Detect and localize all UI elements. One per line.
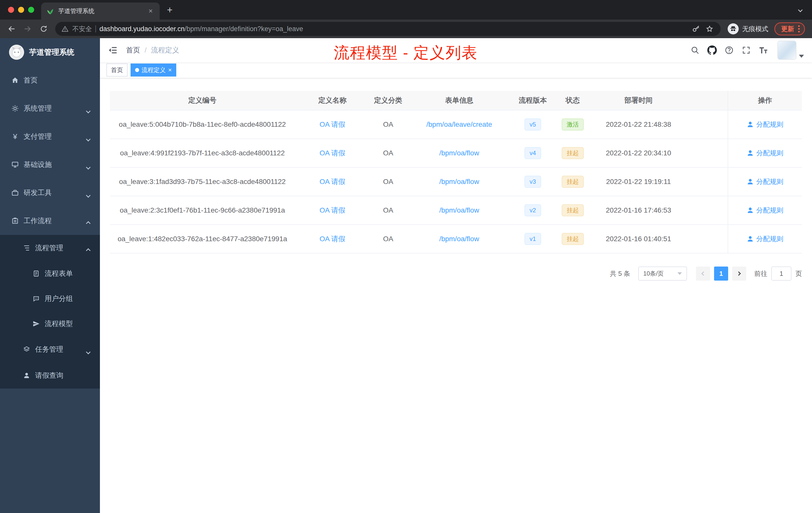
- definition-name-link[interactable]: OA 请假: [320, 177, 346, 186]
- deploy-time: 2022-01-16 01:40:51: [592, 225, 685, 253]
- assign-rule-link[interactable]: 分配规则: [747, 149, 783, 158]
- maximize-window-button[interactable]: [28, 7, 34, 13]
- sidebar-item-workflow[interactable]: 工作流程: [0, 207, 100, 235]
- definition-name-link[interactable]: OA 请假: [320, 120, 346, 129]
- definition-id: oa_leave:4:991f2193-7b7f-11ec-a3c8-acde4…: [110, 139, 295, 167]
- page-number-1[interactable]: 1: [714, 267, 728, 280]
- page-size-select[interactable]: 10条/页: [638, 267, 687, 280]
- assign-rule-link[interactable]: 分配规则: [747, 177, 783, 186]
- sidebar-item-home[interactable]: 首页: [0, 66, 100, 94]
- help-icon[interactable]: [724, 45, 734, 55]
- browser-menu-kebab-icon[interactable]: [798, 25, 800, 32]
- table-row: oa_leave:5:004b710b-7b8a-11ec-8ef0-acde4…: [110, 111, 802, 139]
- goto-page-input[interactable]: [771, 267, 791, 280]
- status-tag: 挂起: [562, 147, 584, 159]
- deploy-time: 2022-01-22 20:34:10: [592, 139, 685, 167]
- tab-close-icon[interactable]: ×: [147, 7, 155, 15]
- definition-name-link[interactable]: OA 请假: [320, 148, 346, 158]
- column-header: 定义编号: [110, 91, 295, 110]
- chevron-down-icon: [86, 165, 90, 170]
- status-tag: 挂起: [562, 204, 584, 216]
- github-icon[interactable]: [707, 45, 717, 55]
- assign-rule-link[interactable]: 分配规则: [747, 234, 783, 243]
- annotation-title: 流程模型 - 定义列表: [334, 42, 477, 63]
- chevron-up-icon: [86, 221, 90, 225]
- browser-update-button[interactable]: 更新: [774, 22, 805, 35]
- clipboard-icon: [11, 217, 19, 225]
- browser-tab[interactable]: 芋道管理系统 ×: [41, 2, 160, 20]
- table-body: oa_leave:5:004b710b-7b8a-11ec-8ef0-acde4…: [110, 111, 802, 253]
- assign-rule-link[interactable]: 分配规则: [747, 206, 783, 215]
- forward-button[interactable]: [20, 21, 35, 36]
- bookmark-star-icon[interactable]: [704, 24, 715, 34]
- search-icon[interactable]: [690, 45, 700, 55]
- sidebar-collapse-icon[interactable]: [108, 45, 118, 55]
- sidebar-item-task-management[interactable]: 任务管理: [0, 336, 100, 362]
- back-button[interactable]: [4, 21, 19, 36]
- status-tag: 挂起: [562, 176, 584, 188]
- form-info-link[interactable]: /bpm/oa/flow: [439, 235, 479, 243]
- sidebar-item-process-model[interactable]: 流程模型: [0, 311, 100, 336]
- address-bar[interactable]: 不安全 dashboard.yudao.iocoder.cn/bpm/manag…: [55, 22, 721, 36]
- definition-name-link[interactable]: OA 请假: [320, 206, 346, 215]
- tag-close-icon[interactable]: ×: [168, 67, 172, 73]
- sidebar-item-process-form[interactable]: 流程表单: [0, 261, 100, 286]
- next-page-button[interactable]: [732, 267, 746, 280]
- form-info-link[interactable]: /bpm/oa/flow: [439, 206, 479, 214]
- user-avatar[interactable]: [777, 41, 804, 60]
- minimize-window-button[interactable]: [18, 7, 24, 13]
- main-area: 首页 / 流程定义: [100, 38, 812, 513]
- tab-search-chevron-icon[interactable]: [798, 7, 803, 12]
- table-row: oa_leave:1:482ec033-762a-11ec-8477-a2380…: [110, 225, 802, 253]
- tag-process-definition[interactable]: 流程定义 ×: [130, 63, 176, 77]
- definition-name-link[interactable]: OA 请假: [320, 234, 346, 244]
- column-header: 操作: [728, 91, 802, 110]
- chevron-down-icon: [86, 109, 90, 113]
- assign-rule-link[interactable]: 分配规则: [747, 120, 783, 129]
- app-logo[interactable]: 芋道管理系统: [0, 38, 100, 66]
- form-info-link[interactable]: /bpm/oa/flow: [439, 178, 479, 186]
- deploy-time: 2022-01-16 17:46:53: [592, 196, 685, 224]
- sidebar-item-system-management[interactable]: 系统管理: [0, 94, 100, 122]
- tag-home[interactable]: 首页: [107, 63, 127, 77]
- version-tag: v2: [524, 204, 541, 216]
- sidebar-item-leave-query[interactable]: 请假查询: [0, 362, 100, 389]
- column-header: 流程版本: [512, 91, 553, 110]
- tags-view-bar: 首页 流程定义 ×: [100, 62, 812, 78]
- sidebar-item-dev-tools[interactable]: 研发工具: [0, 179, 100, 207]
- new-tab-button[interactable]: +: [163, 3, 177, 17]
- fullscreen-icon[interactable]: [741, 45, 751, 55]
- column-header: 表单信息: [406, 91, 512, 110]
- chevron-down-icon: [86, 137, 90, 141]
- chevron-down-icon: [86, 193, 90, 198]
- sidebar-menu: 首页 系统管理 ¥ 支付管理: [0, 66, 100, 389]
- sidebar: 芋道管理系统 首页 系统管理 ¥: [0, 38, 100, 513]
- table-row: oa_leave:2:3c1f0ef1-76b1-11ec-9c66-a2380…: [110, 196, 802, 225]
- definition-category: OA: [370, 139, 406, 167]
- column-header: 状态: [553, 91, 592, 110]
- form-info-link[interactable]: /bpm/oa/leave/create: [426, 120, 492, 128]
- breadcrumb-home[interactable]: 首页: [126, 46, 140, 55]
- status-tag: 挂起: [562, 233, 584, 245]
- status-tag: 激活: [562, 118, 584, 130]
- form-info-link[interactable]: /bpm/oa/flow: [439, 149, 479, 157]
- definition-category: OA: [370, 225, 406, 253]
- reload-button[interactable]: [36, 21, 51, 36]
- prev-page-button[interactable]: [696, 267, 710, 280]
- column-header: 定义名称: [295, 91, 370, 110]
- sidebar-item-infrastructure[interactable]: 基础设施: [0, 151, 100, 179]
- version-tag: v1: [524, 233, 541, 245]
- sidebar-item-process-management[interactable]: 流程管理: [0, 235, 100, 261]
- close-window-button[interactable]: [8, 7, 14, 13]
- sidebar-item-payment-management[interactable]: ¥ 支付管理: [0, 122, 100, 151]
- user-icon: [747, 178, 754, 185]
- paper-plane-icon: [32, 320, 40, 328]
- password-key-icon[interactable]: [691, 24, 701, 34]
- document-icon: [32, 270, 40, 278]
- sidebar-item-user-group[interactable]: 用户分组: [0, 286, 100, 311]
- avatar-caret-icon: [799, 55, 804, 58]
- definition-id: oa_leave:2:3c1f0ef1-76b1-11ec-9c66-a2380…: [110, 196, 295, 224]
- gear-icon: [11, 104, 19, 113]
- column-header: 定义分类: [370, 91, 406, 110]
- font-size-icon[interactable]: [758, 45, 768, 55]
